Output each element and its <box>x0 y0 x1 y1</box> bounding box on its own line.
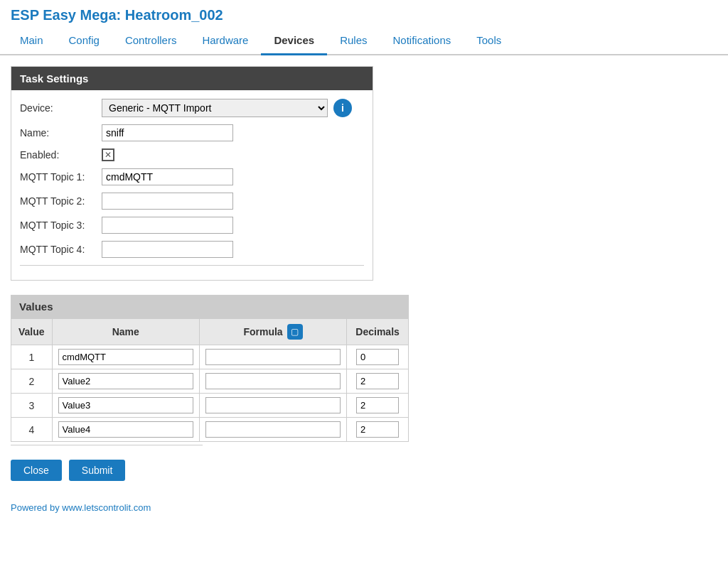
nav-devices[interactable]: Devices <box>261 27 327 55</box>
row-name-input-2[interactable] <box>58 373 193 389</box>
row-decimals-input-2[interactable] <box>356 373 399 389</box>
enabled-label: Enabled: <box>20 149 102 161</box>
values-separator <box>11 445 203 445</box>
col-name: Name <box>52 319 199 345</box>
mqtt-topic4-input[interactable] <box>102 241 233 258</box>
formula-info-button[interactable]: ▢ <box>287 324 303 340</box>
row-decimals-cell-3 <box>347 394 409 418</box>
nav-hardware[interactable]: Hardware <box>189 27 261 54</box>
row-formula-input-1[interactable] <box>205 349 341 365</box>
row-decimals-input-4[interactable] <box>356 421 399 438</box>
app-title: ESP Easy Mega: Heatroom_002 <box>0 0 728 27</box>
mqtt-topic1-row: MQTT Topic 1: <box>20 168 364 185</box>
col-formula: Formula ▢ <box>199 319 346 345</box>
table-row: 4 <box>11 418 409 442</box>
nav-config[interactable]: Config <box>56 27 112 54</box>
row-name-cell-3 <box>52 394 199 418</box>
row-formula-input-3[interactable] <box>205 397 341 413</box>
mqtt-topic4-label: MQTT Topic 4: <box>20 244 102 255</box>
row-name-input-1[interactable] <box>58 349 193 365</box>
table-row: 1 <box>11 345 409 369</box>
nav-controllers[interactable]: Controllers <box>112 27 190 54</box>
row-decimals-cell-1 <box>347 345 409 369</box>
row-formula-cell-3 <box>199 394 346 418</box>
row-value-1: 1 <box>11 345 53 369</box>
name-label: Name: <box>20 127 102 139</box>
mqtt-topic3-label: MQTT Topic 3: <box>20 220 102 231</box>
row-name-cell-4 <box>52 418 199 442</box>
device-info-button[interactable]: i <box>333 99 352 117</box>
values-table-header-row: Value Name Formula ▢ Decimals <box>11 319 409 345</box>
enabled-checkbox[interactable] <box>102 148 114 161</box>
name-input[interactable] <box>102 124 233 141</box>
row-decimals-input-1[interactable] <box>356 349 399 365</box>
row-value-2: 2 <box>11 369 53 394</box>
powered-by: Powered by www.letscontrolit.com <box>11 495 717 516</box>
main-nav: Main Config Controllers Hardware Devices… <box>0 27 728 55</box>
row-name-input-4[interactable] <box>58 421 193 438</box>
row-value-4: 4 <box>11 418 53 442</box>
name-row: Name: <box>20 124 364 141</box>
device-select[interactable]: Generic - MQTT Import <box>102 99 328 117</box>
row-name-input-3[interactable] <box>58 397 193 413</box>
col-value: Value <box>11 319 53 345</box>
row-decimals-cell-2 <box>347 369 409 394</box>
mqtt-topic1-input[interactable] <box>102 168 233 185</box>
form-separator <box>20 265 364 266</box>
footer-buttons: Close Submit <box>11 460 717 481</box>
submit-button[interactable]: Submit <box>69 460 126 481</box>
row-decimals-cell-4 <box>347 418 409 442</box>
mqtt-topic4-row: MQTT Topic 4: <box>20 241 364 258</box>
values-section: Values Value Name Formula ▢ Decimals 123… <box>11 295 409 445</box>
table-row: 2 <box>11 369 409 394</box>
mqtt-topic1-label: MQTT Topic 1: <box>20 171 102 183</box>
mqtt-topic3-row: MQTT Topic 3: <box>20 217 364 234</box>
nav-rules[interactable]: Rules <box>327 27 380 54</box>
nav-main[interactable]: Main <box>7 27 56 54</box>
row-value-3: 3 <box>11 394 53 418</box>
device-row: Device: Generic - MQTT Import i <box>20 99 364 117</box>
device-label: Device: <box>20 102 102 114</box>
mqtt-topic3-input[interactable] <box>102 217 233 234</box>
task-settings-form: Device: Generic - MQTT Import i Name: En… <box>11 90 373 280</box>
col-decimals: Decimals <box>347 319 409 345</box>
values-header: Values <box>11 295 409 318</box>
mqtt-topic2-row: MQTT Topic 2: <box>20 193 364 210</box>
enabled-row: Enabled: <box>20 148 364 161</box>
row-formula-cell-1 <box>199 345 346 369</box>
nav-notifications[interactable]: Notifications <box>380 27 464 54</box>
row-formula-input-2[interactable] <box>205 373 341 389</box>
main-content: Task Settings Device: Generic - MQTT Imp… <box>0 55 728 527</box>
task-settings-header: Task Settings <box>11 67 373 90</box>
row-decimals-input-3[interactable] <box>356 397 399 413</box>
nav-tools[interactable]: Tools <box>464 27 514 54</box>
table-row: 3 <box>11 394 409 418</box>
task-settings-box: Task Settings Device: Generic - MQTT Imp… <box>11 66 373 281</box>
row-name-cell-1 <box>52 345 199 369</box>
mqtt-topic2-label: MQTT Topic 2: <box>20 195 102 207</box>
row-formula-input-4[interactable] <box>205 421 341 438</box>
values-table: Value Name Formula ▢ Decimals 1234 <box>11 318 409 442</box>
mqtt-topic2-input[interactable] <box>102 193 233 210</box>
row-formula-cell-2 <box>199 369 346 394</box>
row-formula-cell-4 <box>199 418 346 442</box>
close-button[interactable]: Close <box>11 460 62 481</box>
row-name-cell-2 <box>52 369 199 394</box>
